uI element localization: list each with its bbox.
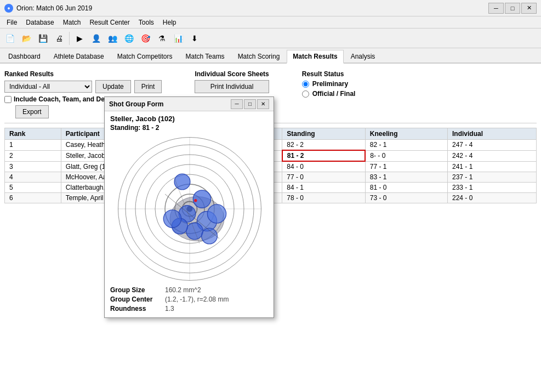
svg-point-14 xyxy=(193,190,210,208)
toolbar-new[interactable]: 📄 xyxy=(2,31,18,46)
svg-point-17 xyxy=(207,204,226,223)
window-title: Orion: Match 06 Jun 2019 xyxy=(16,4,92,12)
minimize-button[interactable]: ─ xyxy=(488,3,504,14)
menu-help[interactable]: Help xyxy=(158,18,181,27)
menu-result-center[interactable]: Result Center xyxy=(85,18,134,27)
group-size-label: Group Size xyxy=(110,286,165,294)
radio-group: Preliminary Official / Final xyxy=(302,80,356,98)
svg-point-22 xyxy=(194,199,197,202)
roundness-row: Roundness 1.3 xyxy=(110,305,268,313)
sg-title: Shot Group Form xyxy=(109,100,163,108)
sg-close-btn[interactable]: ✕ xyxy=(257,99,269,109)
sg-title-controls: ─ □ ✕ xyxy=(231,99,269,109)
menu-database[interactable]: Database xyxy=(21,18,58,27)
sg-athlete-name: Steller, Jacob (102) xyxy=(110,115,268,123)
title-bar-left: ● Orion: Match 06 Jun 2019 xyxy=(4,4,92,13)
menu-tools[interactable]: Tools xyxy=(134,18,158,27)
roundness-value: 1.3 xyxy=(165,305,174,313)
tab-match-teams[interactable]: Match Teams xyxy=(179,50,230,63)
window-controls: ─ □ ✕ xyxy=(488,3,537,14)
result-status-group: Result Status Preliminary Official / Fin… xyxy=(302,70,356,98)
sg-header: Steller, Jacob (102) Standing: 81 - 2 xyxy=(105,111,274,135)
official-label[interactable]: Official / Final xyxy=(302,90,356,98)
menu-match[interactable]: Match xyxy=(59,18,86,27)
menu-file[interactable]: File xyxy=(2,18,21,27)
group-size-row: Group Size 160.2 mm^2 xyxy=(110,286,268,294)
tab-bar: Dashboard Athlete Database Match Competi… xyxy=(0,48,541,64)
result-status-label: Result Status xyxy=(302,70,356,78)
col-rank: Rank xyxy=(5,128,61,140)
toolbar-filter[interactable]: ⚗ xyxy=(154,31,169,46)
app-icon: ● xyxy=(4,4,13,13)
menu-bar: File Database Match Result Center Tools … xyxy=(0,16,541,29)
toolbar-print[interactable]: 🖨 xyxy=(52,31,67,46)
ranked-results-select[interactable]: Individual - All xyxy=(4,81,92,93)
toolbar-table[interactable]: 📊 xyxy=(170,31,186,46)
tab-match-scoring[interactable]: Match Scoring xyxy=(232,50,286,63)
roundness-label: Roundness xyxy=(110,305,165,313)
ranked-results-row: Individual - All Update Print xyxy=(4,80,162,93)
toolbar-open[interactable]: 📂 xyxy=(19,31,34,46)
toolbar-target[interactable]: 🎯 xyxy=(138,31,153,46)
group-center-row: Group Center (1.2, -1.7), r=2.08 mm xyxy=(110,296,268,303)
main-content: Ranked Results Individual - All Update P… xyxy=(0,64,541,392)
tab-dashboard[interactable]: Dashboard xyxy=(2,50,47,63)
tab-athlete-database[interactable]: Athlete Database xyxy=(48,50,110,63)
close-button[interactable]: ✕ xyxy=(521,3,537,14)
score-sheets-group: Individual Score Sheets Print Individual xyxy=(195,70,269,93)
col-standing: Standing xyxy=(282,128,366,140)
print-button[interactable]: Print xyxy=(134,80,162,93)
col-individual: Individual xyxy=(447,128,536,140)
preliminary-label[interactable]: Preliminary xyxy=(302,80,356,88)
sg-target xyxy=(110,135,269,283)
ranked-results-label: Ranked Results xyxy=(4,70,162,78)
score-sheets-label: Individual Score Sheets xyxy=(195,70,269,78)
tab-match-competitors[interactable]: Match Competitors xyxy=(111,50,179,63)
toolbar-globe[interactable]: 🌐 xyxy=(121,31,136,46)
sg-minimize-btn[interactable]: ─ xyxy=(231,99,243,109)
preliminary-radio[interactable] xyxy=(302,81,309,88)
official-radio[interactable] xyxy=(302,90,309,98)
print-individual-button[interactable]: Print Individual xyxy=(195,80,269,93)
toolbar-save[interactable]: 💾 xyxy=(35,31,50,46)
group-size-value: 160.2 mm^2 xyxy=(165,286,201,294)
export-button[interactable]: Export xyxy=(15,105,49,118)
sg-score: Standing: 81 - 2 xyxy=(110,124,268,132)
toolbar-athletes[interactable]: 👥 xyxy=(105,31,120,46)
title-bar: ● Orion: Match 06 Jun 2019 ─ □ ✕ xyxy=(0,0,541,16)
toolbar-athlete[interactable]: 👤 xyxy=(88,31,104,46)
tab-analysis[interactable]: Analysis xyxy=(345,50,381,63)
target-svg xyxy=(110,135,269,283)
toolbar-download[interactable]: ⬇ xyxy=(187,31,202,46)
sg-stats: Group Size 160.2 mm^2 Group Center (1.2,… xyxy=(105,283,274,317)
shot-group-form: Shot Group Form ─ □ ✕ Steller, Jacob (10… xyxy=(104,96,274,318)
update-button[interactable]: Update xyxy=(95,80,131,93)
sg-maximize-btn[interactable]: □ xyxy=(244,99,256,109)
group-center-value: (1.2, -1.7), r=2.08 mm xyxy=(165,296,229,303)
toolbar: 📄 📂 💾 🖨 ▶ 👤 👥 🌐 🎯 ⚗ 📊 ⬇ xyxy=(0,29,541,48)
group-center-label: Group Center xyxy=(110,296,165,303)
maximize-button[interactable]: □ xyxy=(505,3,520,14)
col-kneeling: Kneeling xyxy=(365,128,447,140)
sg-title-bar: Shot Group Form ─ □ ✕ xyxy=(105,97,274,111)
svg-point-13 xyxy=(174,174,190,190)
svg-point-21 xyxy=(163,210,181,228)
toolbar-sep1 xyxy=(69,32,70,45)
tab-match-results[interactable]: Match Results xyxy=(287,50,343,64)
include-coach-checkbox[interactable] xyxy=(4,96,12,103)
toolbar-play[interactable]: ▶ xyxy=(72,31,87,46)
